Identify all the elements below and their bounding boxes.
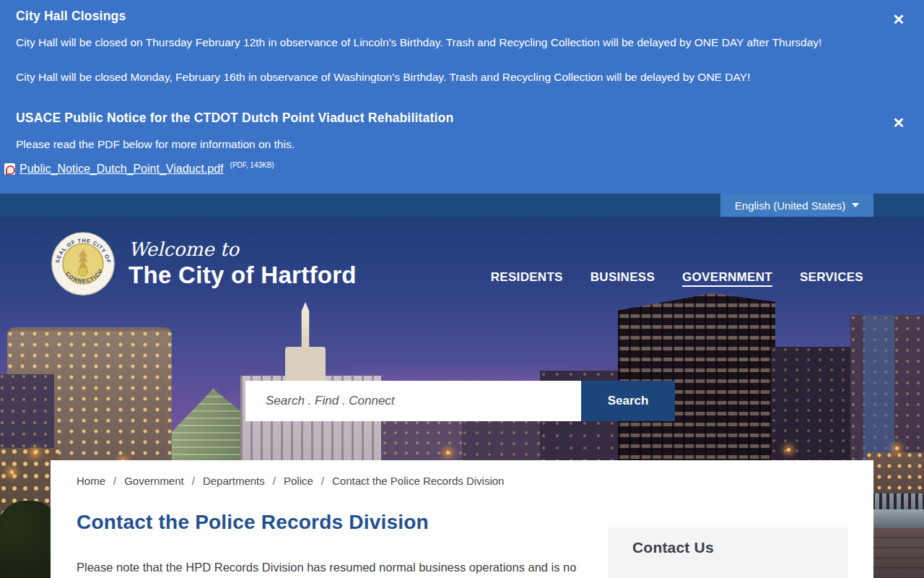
page-body-text: Please note that the HPD Records Divisio… — [77, 557, 589, 578]
main-navigation: RESIDENTS BUSINESS GOVERNMENT SERVICES — [491, 270, 863, 285]
bridge-railing — [865, 493, 924, 509]
breadcrumb-separator: / — [321, 475, 324, 487]
nav-item-government[interactable]: GOVERNMENT — [682, 270, 772, 285]
contact-us-heading: Contact Us — [632, 539, 714, 556]
streetlight-glow — [446, 451, 450, 454]
cityscape-building — [866, 452, 924, 494]
breadcrumb: Home / Government / Departments / Police… — [77, 475, 504, 487]
site-search-bar: Search — [245, 381, 675, 421]
page-title: Contact the Police Records Division — [77, 511, 429, 534]
pdf-file-size: (PDF, 143KB) — [230, 161, 274, 169]
breadcrumb-government[interactable]: Government — [124, 475, 184, 487]
nav-item-residents[interactable]: RESIDENTS — [491, 270, 563, 285]
breadcrumb-home[interactable]: Home — [77, 475, 105, 487]
site-logo[interactable]: SEAL OF THE CITY OF HARTFORD CONNECTICUT… — [51, 231, 357, 296]
body-line: Please note that the HPD Records Divisio… — [77, 557, 589, 578]
search-button[interactable]: Search — [581, 381, 675, 421]
notification-banner: City Hall Closings ✕ City Hall will be c… — [0, 0, 924, 194]
breadcrumb-police[interactable]: Police — [284, 475, 313, 487]
streetlight-glow — [10, 470, 14, 474]
nav-item-services[interactable]: SERVICES — [800, 270, 863, 285]
bridge-deck — [865, 509, 924, 528]
close-icon[interactable]: ✕ — [889, 10, 908, 29]
welcome-tagline: Welcome to — [128, 238, 357, 260]
language-selector[interactable]: English (United States) — [720, 194, 873, 217]
contact-us-panel: Contact Us — [608, 527, 848, 578]
streetlight-glow — [33, 451, 37, 454]
language-selector-label: English (United States) — [735, 199, 845, 212]
bridge-pier — [868, 528, 924, 578]
breadcrumb-separator: / — [273, 475, 276, 487]
content-card: Home / Government / Departments / Police… — [51, 460, 873, 578]
breadcrumb-departments[interactable]: Departments — [203, 475, 265, 487]
chevron-down-icon — [852, 203, 859, 207]
breadcrumb-separator: / — [192, 475, 195, 487]
notice-title: City Hall Closings — [16, 9, 126, 24]
search-input[interactable] — [245, 381, 581, 421]
streetlight-glow — [787, 448, 790, 452]
close-icon[interactable]: ✕ — [889, 113, 908, 132]
pdf-file-icon — [4, 163, 15, 175]
streetlight-glow — [895, 447, 899, 450]
notice-title: USACE Public Notice for the CTDOT Dutch … — [16, 111, 453, 126]
site-title: The City of Hartford — [128, 261, 357, 290]
breadcrumb-separator: / — [113, 475, 116, 487]
nav-item-business[interactable]: BUSINESS — [590, 270, 655, 285]
city-seal-icon: SEAL OF THE CITY OF HARTFORD CONNECTICUT — [51, 231, 116, 296]
pdf-attachment-row: Public_Notice_Dutch_Point_Viaduct.pdf (P… — [4, 163, 274, 176]
notice-paragraph: Please read the PDF below for more infor… — [16, 138, 295, 151]
notice-paragraph: City Hall will be closed on Thursday Feb… — [16, 36, 821, 49]
notice-paragraph: City Hall will be closed Monday, Februar… — [16, 71, 750, 84]
breadcrumb-current-page: Contact the Police Records Division — [332, 475, 504, 487]
pdf-download-link[interactable]: Public_Notice_Dutch_Point_Viaduct.pdf — [19, 163, 224, 176]
